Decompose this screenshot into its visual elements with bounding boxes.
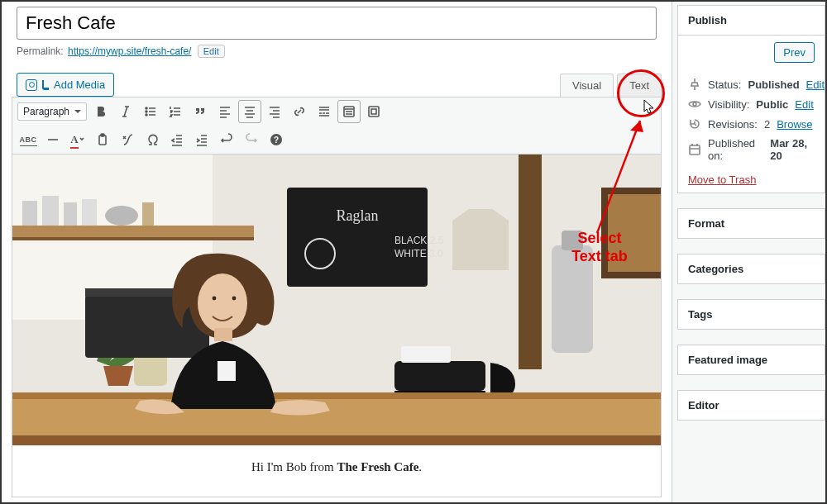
visibility-label: Visibility:	[708, 98, 749, 111]
svg-point-45	[693, 102, 696, 106]
categories-panel[interactable]: Categories	[677, 254, 825, 284]
svg-rect-46	[690, 145, 700, 155]
help-button[interactable]: ?	[265, 129, 287, 150]
strikethrough-button[interactable]: ABC	[17, 129, 39, 150]
published-on-row: Published on: Mar 28, 20	[688, 137, 815, 162]
move-to-trash-link[interactable]: Move to Trash	[688, 174, 756, 186]
svg-rect-36	[608, 194, 661, 272]
published-on-label: Published on:	[708, 137, 763, 162]
text-color-button[interactable]: A	[67, 129, 88, 150]
svg-rect-12	[12, 237, 254, 240]
editor-tabs: Visual Text	[557, 74, 662, 97]
special-character-button[interactable]	[141, 129, 163, 150]
svg-text:WHITE 3.0: WHITE 3.0	[394, 248, 443, 259]
svg-rect-11	[12, 226, 254, 237]
featured-image-panel[interactable]: Featured image	[677, 345, 825, 375]
align-center-button[interactable]	[239, 101, 261, 122]
post-title-input[interactable]	[17, 7, 657, 40]
editor-content[interactable]: Raglan BLACK 2.5 WHITE 3.0	[12, 155, 662, 497]
svg-rect-44	[218, 361, 236, 381]
status-edit-link[interactable]: Edit	[806, 78, 825, 91]
bulleted-list-button[interactable]	[140, 101, 161, 122]
publish-panel-title: Publish	[678, 6, 825, 36]
visibility-value: Public	[756, 98, 788, 111]
article-text-strong: The Fresh Cafe	[337, 460, 418, 473]
article-line: Hi I'm Bob from The Fresh Cafe.	[12, 445, 661, 489]
categories-panel-title: Categories	[678, 254, 825, 283]
svg-rect-38	[12, 392, 661, 399]
format-panel[interactable]: Format	[677, 208, 825, 239]
tags-panel-title: Tags	[678, 300, 825, 329]
align-left-button[interactable]	[214, 101, 236, 122]
eye-icon	[688, 97, 701, 111]
svg-point-0	[146, 107, 147, 109]
italic-button[interactable]	[115, 101, 136, 122]
tab-text[interactable]: Text	[617, 74, 662, 97]
svg-rect-33	[401, 346, 451, 363]
editor-toolbar: Paragraph ABC A ?	[12, 97, 662, 155]
read-more-button[interactable]	[313, 101, 335, 122]
post-hero-image: Raglan BLACK 2.5 WHITE 3.0	[12, 155, 661, 445]
revisions-browse-link[interactable]: Browse	[777, 118, 812, 131]
svg-point-42	[232, 297, 237, 301]
svg-rect-14	[42, 196, 59, 226]
tab-visual[interactable]: Visual	[560, 74, 614, 97]
numbered-list-button[interactable]	[165, 101, 186, 122]
revisions-label: Revisions:	[708, 118, 758, 131]
status-label: Status:	[708, 78, 741, 91]
status-value: Published	[748, 78, 799, 91]
permalink-edit-button[interactable]: Edit	[198, 45, 225, 58]
publish-panel: Publish Prev Status: Published Edit Visi…	[677, 5, 825, 193]
svg-text:?: ?	[274, 136, 279, 145]
indent-button[interactable]	[191, 129, 213, 150]
permalink-url[interactable]: https://mywp.site/fresh-cafe/	[68, 45, 191, 57]
fullscreen-button[interactable]	[363, 101, 385, 122]
toolbar-toggle-button[interactable]	[338, 101, 360, 122]
permalink-label: Permalink:	[17, 45, 64, 57]
svg-rect-43	[214, 328, 232, 341]
music-note-icon	[42, 80, 49, 90]
editor-panel-title: Editor	[678, 391, 825, 420]
horizontal-rule-button[interactable]	[42, 129, 64, 150]
history-icon	[688, 117, 701, 131]
editor-panel[interactable]: Editor	[677, 390, 825, 421]
svg-point-17	[105, 206, 138, 226]
paste-as-text-button[interactable]	[92, 129, 113, 150]
calendar-icon	[688, 143, 701, 156]
svg-rect-15	[64, 202, 77, 226]
format-panel-title: Format	[678, 209, 825, 238]
svg-rect-32	[394, 361, 485, 391]
svg-point-2	[146, 114, 147, 116]
revisions-row: Revisions: 2 Browse	[688, 117, 815, 131]
svg-rect-18	[142, 202, 154, 226]
link-button[interactable]	[289, 101, 310, 122]
pin-icon	[688, 78, 701, 91]
svg-text:Raglan: Raglan	[337, 207, 379, 224]
revisions-count: 2	[764, 118, 770, 131]
svg-rect-16	[82, 199, 97, 226]
svg-rect-39	[12, 435, 661, 445]
clear-formatting-button[interactable]	[117, 129, 138, 150]
svg-point-40	[198, 273, 247, 333]
article-text-post: .	[418, 460, 422, 473]
svg-text:BLACK 2.5: BLACK 2.5	[394, 235, 444, 246]
visibility-edit-link[interactable]: Edit	[795, 98, 813, 111]
undo-button[interactable]	[216, 129, 237, 150]
redo-button[interactable]	[241, 129, 262, 150]
outdent-button[interactable]	[166, 129, 188, 150]
blockquote-button[interactable]	[189, 101, 211, 122]
bold-button[interactable]	[90, 101, 112, 122]
svg-rect-25	[552, 245, 593, 353]
status-row: Status: Published Edit	[688, 78, 815, 91]
preview-button[interactable]: Prev	[774, 42, 815, 63]
svg-rect-13	[22, 201, 37, 226]
svg-rect-24	[519, 155, 542, 369]
permalink-row: Permalink: https://mywp.site/fresh-cafe/…	[17, 45, 657, 58]
format-select[interactable]: Paragraph	[17, 102, 87, 121]
tags-panel[interactable]: Tags	[677, 299, 825, 330]
add-media-button[interactable]: Add Media	[17, 73, 114, 97]
camera-icon	[26, 79, 37, 91]
align-right-button[interactable]	[264, 101, 285, 122]
svg-rect-26	[562, 231, 583, 250]
visibility-row: Visibility: Public Edit	[688, 97, 815, 111]
